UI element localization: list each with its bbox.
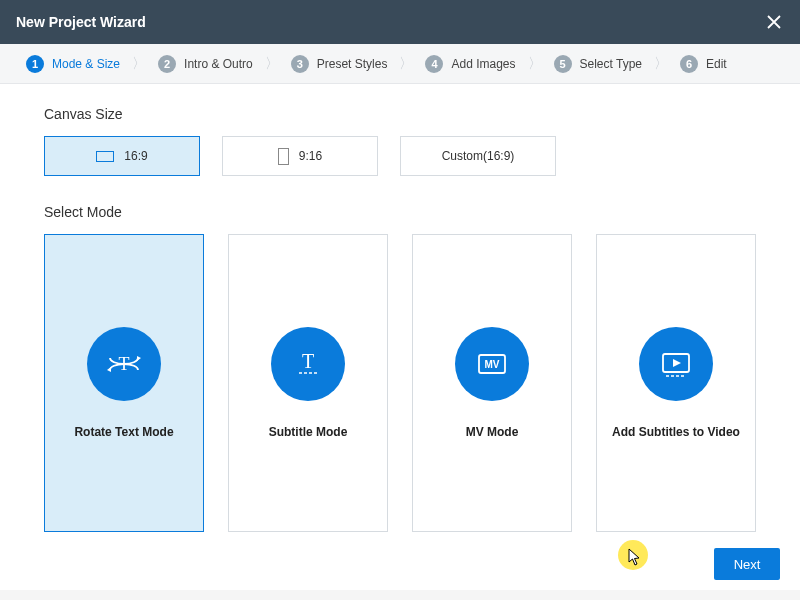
svg-text:T: T xyxy=(302,350,314,372)
mode-label: Rotate Text Mode xyxy=(74,425,173,439)
mv-icon: MV xyxy=(455,327,529,401)
step-number: 2 xyxy=(158,55,176,73)
canvas-option-9-16[interactable]: 9:16 xyxy=(222,136,378,176)
step-label: Select Type xyxy=(580,57,642,71)
aspect-wide-icon xyxy=(96,151,114,162)
svg-marker-1 xyxy=(107,367,111,372)
aspect-tall-icon xyxy=(278,148,289,165)
canvas-option-label: 16:9 xyxy=(124,149,147,163)
step-intro-outro[interactable]: 2 Intro & Outro xyxy=(152,55,259,73)
chevron-right-icon: 〉 xyxy=(652,55,670,73)
mode-label: Subtitle Mode xyxy=(269,425,348,439)
step-preset-styles[interactable]: 3 Preset Styles xyxy=(285,55,394,73)
svg-text:T: T xyxy=(119,354,130,374)
rotate-text-icon: T xyxy=(87,327,161,401)
chevron-right-icon: 〉 xyxy=(526,55,544,73)
canvas-option-16-9[interactable]: 16:9 xyxy=(44,136,200,176)
chevron-right-icon: 〉 xyxy=(263,55,281,73)
chevron-right-icon: 〉 xyxy=(130,55,148,73)
mode-mv[interactable]: MV MV Mode xyxy=(412,234,572,532)
step-label: Add Images xyxy=(451,57,515,71)
step-label: Preset Styles xyxy=(317,57,388,71)
svg-marker-8 xyxy=(673,359,681,367)
chevron-right-icon: 〉 xyxy=(397,55,415,73)
canvas-size-title: Canvas Size xyxy=(44,106,756,122)
mode-label: MV Mode xyxy=(466,425,519,439)
mode-label: Add Subtitles to Video xyxy=(612,425,740,439)
mode-add-subtitles[interactable]: Add Subtitles to Video xyxy=(596,234,756,532)
step-number: 1 xyxy=(26,55,44,73)
add-subtitles-icon xyxy=(639,327,713,401)
svg-text:MV: MV xyxy=(485,359,500,370)
mode-subtitle[interactable]: T Subtitle Mode xyxy=(228,234,388,532)
close-icon[interactable] xyxy=(764,12,784,32)
step-label: Mode & Size xyxy=(52,57,120,71)
canvas-options: 16:9 9:16 Custom(16:9) xyxy=(44,136,756,176)
select-mode-title: Select Mode xyxy=(44,204,756,220)
svg-marker-0 xyxy=(137,356,141,361)
titlebar: New Project Wizard xyxy=(0,0,800,44)
canvas-option-custom[interactable]: Custom(16:9) xyxy=(400,136,556,176)
content-area: Canvas Size 16:9 9:16 Custom(16:9) Selec… xyxy=(0,84,800,590)
mode-rotate-text[interactable]: T Rotate Text Mode xyxy=(44,234,204,532)
step-number: 3 xyxy=(291,55,309,73)
step-label: Intro & Outro xyxy=(184,57,253,71)
step-number: 6 xyxy=(680,55,698,73)
mode-cards: T Rotate Text Mode T Subtitle Mode xyxy=(44,234,756,532)
step-select-type[interactable]: 5 Select Type xyxy=(548,55,648,73)
next-button[interactable]: Next xyxy=(714,548,780,580)
window-title: New Project Wizard xyxy=(16,14,146,30)
canvas-option-label: 9:16 xyxy=(299,149,322,163)
stepper: 1 Mode & Size 〉 2 Intro & Outro 〉 3 Pres… xyxy=(0,44,800,84)
subtitle-icon: T xyxy=(271,327,345,401)
step-add-images[interactable]: 4 Add Images xyxy=(419,55,521,73)
canvas-option-label: Custom(16:9) xyxy=(442,149,515,163)
step-number: 5 xyxy=(554,55,572,73)
step-label: Edit xyxy=(706,57,727,71)
wizard-window: New Project Wizard 1 Mode & Size 〉 2 Int… xyxy=(0,0,800,590)
step-mode-size[interactable]: 1 Mode & Size xyxy=(20,55,126,73)
step-number: 4 xyxy=(425,55,443,73)
step-edit[interactable]: 6 Edit xyxy=(674,55,733,73)
footer: Next xyxy=(714,548,780,580)
